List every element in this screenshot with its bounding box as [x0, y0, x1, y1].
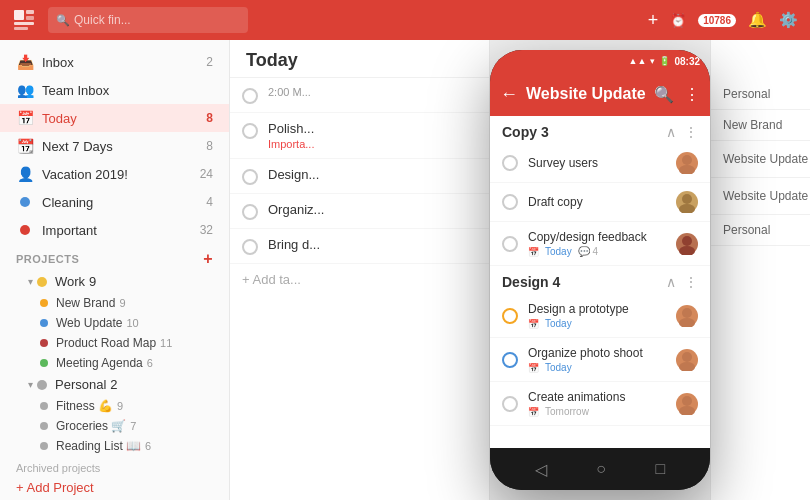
chevron-personal[interactable]: ▾: [28, 379, 33, 390]
cleaning-icon: [16, 193, 34, 211]
phone-back-btn[interactable]: ←: [500, 84, 518, 105]
project-personal[interactable]: ▾ Personal 2: [0, 373, 229, 396]
svg-rect-3: [14, 22, 34, 25]
search-bar[interactable]: 🔍 Quick fin...: [48, 7, 248, 33]
sidebar-item-today[interactable]: 📅 Today 8: [0, 104, 229, 132]
phone-task-survey-users[interactable]: Survey users: [490, 144, 710, 183]
personal-count: 2: [110, 377, 117, 392]
right-task-2[interactable]: New Brand: [711, 110, 810, 141]
sub-project-new-brand[interactable]: New Brand 9: [0, 293, 229, 313]
sidebar-item-important[interactable]: Important 32: [0, 216, 229, 244]
sidebar-item-team-inbox[interactable]: 👥 Team Inbox: [0, 76, 229, 104]
right-task-5[interactable]: Personal: [711, 215, 810, 246]
phone-title: Website Update: [526, 85, 654, 103]
project-work[interactable]: ▾ Work 9: [0, 270, 229, 293]
draft-copy-content: Draft copy: [528, 195, 676, 209]
animations-check[interactable]: [502, 396, 518, 412]
nav-home-icon[interactable]: ○: [596, 460, 606, 478]
task-checkbox-1[interactable]: [242, 88, 258, 104]
center-panel-title: Today: [230, 40, 489, 78]
sub-project-groceries[interactable]: Groceries 🛒 7: [0, 416, 229, 436]
photo-shoot-content: Organize photo shoot 📅 Today: [528, 346, 676, 373]
phone-nav-bar: ◁ ○ □: [490, 448, 710, 490]
groceries-count: 7: [130, 420, 136, 432]
right-task-1[interactable]: Personal: [711, 79, 810, 110]
sidebar-item-next7[interactable]: 📆 Next 7 Days 8: [0, 132, 229, 160]
sidebar-item-vacation[interactable]: 👤 Vacation 2019! 24: [0, 160, 229, 188]
task-checkbox-3[interactable]: [242, 169, 258, 185]
copy-design-check[interactable]: [502, 236, 518, 252]
app-logo: [12, 8, 36, 32]
reading-label: Reading List 📖: [56, 439, 141, 453]
gear-icon[interactable]: ⚙️: [779, 11, 798, 29]
right-task-5-label: Personal: [723, 223, 770, 237]
svg-rect-2: [26, 16, 34, 20]
center-panel: Today 2:00 M... Polish... Importa... Des…: [230, 40, 490, 500]
task-checkbox-2[interactable]: [242, 123, 258, 139]
task-item-5[interactable]: Bring d...: [230, 229, 489, 264]
task-title-2: Polish...: [268, 121, 477, 136]
task-item-2[interactable]: Polish... Importa...: [230, 113, 489, 159]
svg-point-11: [682, 308, 692, 318]
add-task-btn[interactable]: + Add ta...: [230, 264, 489, 295]
sub-project-product-road[interactable]: Product Road Map 11: [0, 333, 229, 353]
add-project-btn[interactable]: + Add Project: [0, 476, 229, 499]
phone-task-animations[interactable]: Create animations 📅 Tomorrow: [490, 382, 710, 426]
survey-users-title: Survey users: [528, 156, 676, 170]
copy-design-today: Today: [545, 246, 572, 257]
copy-collapse-icon[interactable]: ∧: [666, 124, 676, 140]
sidebar-inbox-count: 2: [206, 55, 213, 69]
design-prototype-check[interactable]: [502, 308, 518, 324]
right-task-4[interactable]: Website Update: [711, 178, 810, 215]
phone-task-photo-shoot[interactable]: Organize photo shoot 📅 Today: [490, 338, 710, 382]
today-icon: 📅: [16, 109, 34, 127]
sidebar-today-label: Today: [42, 111, 202, 126]
plus-icon[interactable]: +: [648, 10, 659, 31]
phone-search-icon[interactable]: 🔍: [654, 85, 674, 104]
animations-sub: 📅 Tomorrow: [528, 406, 676, 417]
photo-shoot-sub: 📅 Today: [528, 362, 676, 373]
right-task-2-label: New Brand: [723, 118, 782, 132]
svg-point-5: [682, 155, 692, 165]
task-item-4[interactable]: Organiz...: [230, 194, 489, 229]
phone-task-copy-design[interactable]: Copy/design feedback 📅 Today 💬 4: [490, 222, 710, 266]
sub-project-reading[interactable]: Reading List 📖 6: [0, 436, 229, 456]
copy-more-icon[interactable]: ⋮: [684, 124, 698, 140]
groceries-label: Groceries 🛒: [56, 419, 126, 433]
design-collapse-icon[interactable]: ∧: [666, 274, 676, 290]
phone-task-design-prototype[interactable]: Design a prototype 📅 Today: [490, 294, 710, 338]
product-road-count: 11: [160, 337, 172, 349]
sub-project-web-update[interactable]: Web Update 10: [0, 313, 229, 333]
draft-copy-avatar: [676, 191, 698, 213]
bell-icon[interactable]: 🔔: [748, 11, 767, 29]
next7-icon: 📆: [16, 137, 34, 155]
projects-label: Projects: [16, 253, 79, 265]
nav-back-icon[interactable]: ◁: [535, 460, 547, 479]
photo-shoot-check[interactable]: [502, 352, 518, 368]
svg-point-6: [679, 165, 695, 174]
personal-dot: [37, 380, 47, 390]
sub-project-meeting-agenda[interactable]: Meeting Agenda 6: [0, 353, 229, 373]
nav-square-icon[interactable]: □: [656, 460, 666, 478]
photo-shoot-avatar: [676, 349, 698, 371]
chevron-work[interactable]: ▾: [28, 276, 33, 287]
task-checkbox-4[interactable]: [242, 204, 258, 220]
sub-project-fitness[interactable]: Fitness 💪 9: [0, 396, 229, 416]
add-project-icon[interactable]: +: [203, 250, 213, 268]
task-item-1[interactable]: 2:00 M...: [230, 78, 489, 113]
phone-task-draft-copy[interactable]: Draft copy: [490, 183, 710, 222]
phone-more-icon[interactable]: ⋮: [684, 85, 700, 104]
archived-label: Archived projects: [0, 456, 229, 476]
svg-rect-0: [14, 10, 24, 20]
signal-icon: ▲▲: [629, 56, 647, 66]
right-task-3[interactable]: Website Update: [711, 141, 810, 178]
design-more-icon[interactable]: ⋮: [684, 274, 698, 290]
task-checkbox-5[interactable]: [242, 239, 258, 255]
sidebar-item-inbox[interactable]: 📥 Inbox 2: [0, 48, 229, 76]
task-item-3[interactable]: Design...: [230, 159, 489, 194]
survey-users-check[interactable]: [502, 155, 518, 171]
task-meta-2: Importa...: [268, 138, 477, 150]
draft-copy-check[interactable]: [502, 194, 518, 210]
sidebar-item-cleaning[interactable]: Cleaning 4: [0, 188, 229, 216]
new-brand-label: New Brand: [56, 296, 115, 310]
